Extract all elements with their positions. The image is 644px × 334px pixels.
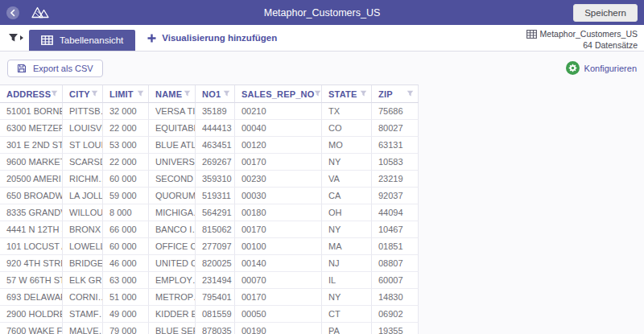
table-cell: 920 4TH STREET <box>0 255 63 272</box>
table-cell: 46 000 <box>103 255 149 272</box>
table-row: 8335 GRANDV…WILLOU…8 000MICHIGA…56429100… <box>0 204 419 221</box>
gear-icon <box>566 61 580 75</box>
back-button[interactable] <box>6 6 19 19</box>
filter-icon[interactable] <box>407 90 414 97</box>
topbar: Metaphor_Customers_US Speichern <box>0 0 644 25</box>
table-cell: 59 000 <box>103 188 149 204</box>
table-cell: 444413 <box>196 120 235 137</box>
filter-icon[interactable] <box>314 90 321 97</box>
table-cell: WILLOU… <box>63 204 103 221</box>
page-title: Metaphor_Customers_US <box>0 7 644 19</box>
table-row: 101 LOCUST A…LOWELL60 000OFFICE C…277097… <box>0 238 419 255</box>
table-cell: 301 E 2ND ST <box>0 137 63 154</box>
table-cell: 00040 <box>235 120 322 137</box>
column-header-no1[interactable]: NO1 <box>196 85 235 103</box>
save-button[interactable]: Speichern <box>573 4 638 22</box>
table-cell: OH <box>322 204 372 221</box>
table-cell: 359310 <box>196 171 235 188</box>
dataset-name-row: Metaphor_Customers_US <box>526 28 638 39</box>
table-cell: QUORUM … <box>149 188 196 204</box>
table-cell: VA <box>322 171 372 188</box>
filter-icon[interactable] <box>137 90 144 97</box>
table-cell: 01851 <box>372 238 419 255</box>
table-cell: 6300 METZER… <box>0 120 63 137</box>
dataset-table-icon <box>526 30 537 39</box>
table-row: 693 DELAWAR…CORNI…51 000METROP…795401001… <box>0 289 419 306</box>
table-cell: 32 000 <box>103 103 149 120</box>
table-cell: 00170 <box>235 154 322 171</box>
table-cell: 00230 <box>235 171 322 188</box>
table-cell: 00170 <box>235 221 322 238</box>
table-cell: UNITED C… <box>149 255 196 272</box>
table-cell: 92037 <box>372 188 419 204</box>
table-cell: KIDDER E… <box>149 306 196 323</box>
table-cell: MA <box>322 238 372 255</box>
table-cell: CT <box>322 306 372 323</box>
table-cell: 463451 <box>196 137 235 154</box>
filter-icon[interactable] <box>51 90 58 97</box>
tab-table-view[interactable]: Tabellenansicht <box>29 30 135 51</box>
table-cell: 63 000 <box>103 272 149 289</box>
table-cell: 20500 AMERI… <box>0 171 63 188</box>
column-label: LIMIT <box>109 89 134 99</box>
table-cell: 101 LOCUST A… <box>0 238 63 255</box>
table-cell: NY <box>322 289 372 306</box>
table-cell: 00030 <box>235 188 322 204</box>
column-header-zip[interactable]: ZIP <box>372 85 419 103</box>
table-cell: 00170 <box>235 289 322 306</box>
table-cell: NY <box>322 221 372 238</box>
column-header-name[interactable]: NAME <box>149 85 196 103</box>
table-cell: 820025 <box>196 255 235 272</box>
table-cell: 51001 BORNE… <box>0 103 63 120</box>
table-row: 6300 METZER…LOUISVI…22 000EQUITABL…44441… <box>0 120 419 137</box>
table-cell: 00050 <box>235 306 322 323</box>
table-cell: 60 000 <box>103 238 149 255</box>
table-cell: 22 000 <box>103 154 149 171</box>
table-cell: 49 000 <box>103 306 149 323</box>
table-cell: MO <box>322 137 372 154</box>
table-cell: BRONX <box>63 221 103 238</box>
table-cell: NJ <box>322 255 372 272</box>
add-visualization-button[interactable]: Visualisierung hinzufügen <box>147 33 277 43</box>
filter-toggle[interactable] <box>0 33 29 43</box>
filter-icon[interactable] <box>91 90 98 97</box>
table-cell: NY <box>322 154 372 171</box>
table-cell: PA <box>322 323 372 334</box>
column-label: NAME <box>155 89 182 99</box>
table-cell: ELK GR… <box>63 272 103 289</box>
table-cell: METROP… <box>149 289 196 306</box>
dataset-info: Metaphor_Customers_US 64 Datensätze <box>526 25 644 51</box>
column-header-limit[interactable]: LIMIT <box>103 85 149 103</box>
filter-icon[interactable] <box>184 90 191 97</box>
table-cell: 00140 <box>235 255 322 272</box>
table-row: 4441 N 12TH STBRONX66 000BANCO I…8150620… <box>0 221 419 238</box>
table-row: 57 W 66TH STELK GR…63 000EMPLOY…23149400… <box>0 272 419 289</box>
filter-icon[interactable] <box>223 90 230 97</box>
column-header-sales_rep_no[interactable]: SALES_REP_NO <box>235 85 322 103</box>
table-cell: 8 000 <box>103 204 149 221</box>
toolbar: Export als CSV Konfigurieren <box>0 52 644 85</box>
filter-funnel-icon <box>8 33 19 43</box>
column-header-state[interactable]: STATE <box>322 85 372 103</box>
export-csv-button[interactable]: Export als CSV <box>7 60 103 77</box>
table-cell: CA <box>322 188 372 204</box>
configure-button[interactable]: Konfigurieren <box>566 61 637 75</box>
column-label: CITY <box>69 89 90 99</box>
back-arrow-icon <box>9 9 17 17</box>
column-header-city[interactable]: CITY <box>63 85 103 103</box>
app-logo-icon[interactable] <box>30 6 52 19</box>
table-row: 9600 MARKET …SCARSD…22 000UNIVERSI…26926… <box>0 154 419 171</box>
table-cell: 815062 <box>196 221 235 238</box>
table-cell: EMPLOY… <box>149 272 196 289</box>
column-label: NO1 <box>202 89 221 99</box>
table-cell: BANCO I… <box>149 221 196 238</box>
table-cell: 79 000 <box>103 323 149 334</box>
table-cell: ST LOUIS <box>63 137 103 154</box>
column-label: ADDRESS <box>6 89 51 99</box>
column-header-address[interactable]: ADDRESS <box>0 85 63 103</box>
table-cell: 277097 <box>196 238 235 255</box>
table-cell: 14830 <box>372 289 419 306</box>
chevron-right-icon <box>20 35 23 40</box>
table-cell: OFFICE C… <box>149 238 196 255</box>
filter-icon[interactable] <box>360 90 367 97</box>
